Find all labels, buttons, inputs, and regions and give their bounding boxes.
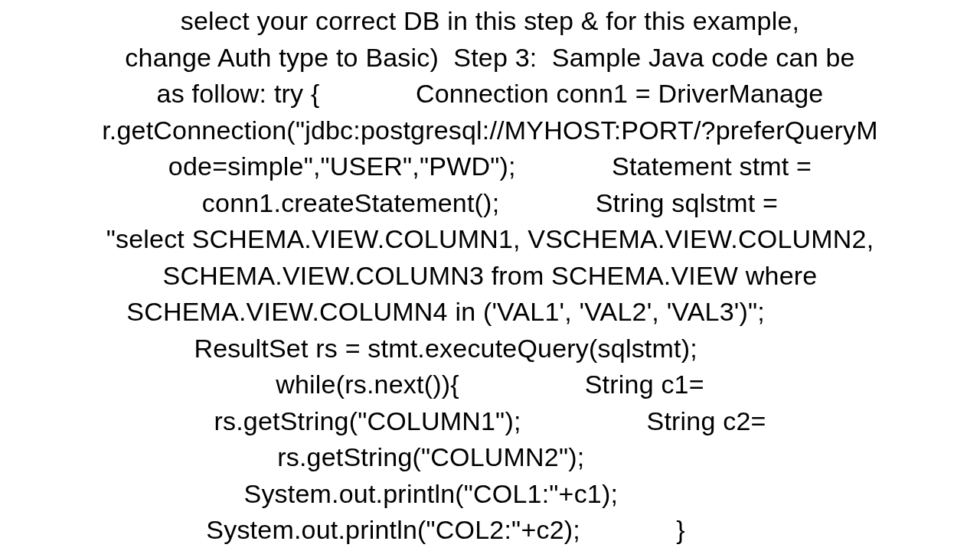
text-line: rs.getString("COLUMN2"); bbox=[15, 439, 965, 476]
document-body: select your correct DB in this step & fo… bbox=[0, 0, 980, 551]
text-line: r.getConnection("jdbc:postgresql://MYHOS… bbox=[15, 112, 965, 149]
text-line: "select SCHEMA.VIEW.COLUMN1, VSCHEMA.VIE… bbox=[15, 221, 965, 258]
text-line: change Auth type to Basic) Step 3: Sampl… bbox=[15, 40, 965, 77]
text-line: ResultSet rs = stmt.executeQuery(sqlstmt… bbox=[15, 331, 965, 367]
text-line: as follow: try { Connection conn1 = Driv… bbox=[15, 76, 965, 112]
text-line: SCHEMA.VIEW.COLUMN3 from SCHEMA.VIEW whe… bbox=[15, 258, 965, 295]
text-line: ode=simple","USER","PWD"); Statement stm… bbox=[15, 148, 965, 185]
text-line: while(rs.next()){ String c1= bbox=[15, 367, 965, 403]
text-line: System.out.println("COL2:"+c2); } bbox=[15, 512, 965, 549]
text-line: conn1.createStatement(); String sqlstmt … bbox=[15, 185, 965, 222]
text-line: SCHEMA.VIEW.COLUMN4 in ('VAL1', 'VAL2', … bbox=[15, 294, 965, 331]
text-line: select your correct DB in this step & fo… bbox=[15, 3, 965, 40]
text-line: System.out.println("COL1:"+c1); bbox=[15, 476, 965, 513]
text-line: rs.getString("COLUMN1"); String c2= bbox=[15, 403, 965, 440]
